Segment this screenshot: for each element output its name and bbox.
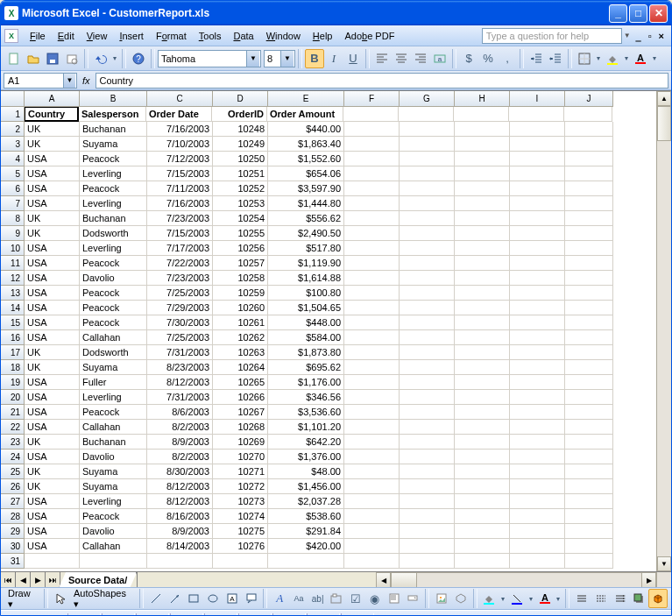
cell[interactable] [565,211,613,226]
help-dropdown-icon[interactable]: ▼ [622,32,633,39]
cell[interactable]: Peacock [80,405,147,420]
menu-format[interactable]: Format [150,29,193,43]
fontcolor-dropdown-icon[interactable]: ▾ [650,49,659,68]
cell[interactable] [565,509,613,524]
cell[interactable] [565,241,613,256]
cell[interactable] [455,315,510,330]
cell[interactable]: $642.20 [268,435,344,450]
cell[interactable] [400,196,455,211]
col-header-F[interactable]: F [344,91,400,107]
cell[interactable] [344,435,400,450]
name-box[interactable]: A1▼ [4,73,77,89]
cell[interactable] [344,405,400,420]
cell[interactable] [455,420,510,435]
callout-icon[interactable] [242,589,261,608]
cell[interactable]: Suyama [80,479,147,494]
new-icon[interactable] [4,49,24,68]
cell[interactable]: 10257 [213,256,268,271]
cell[interactable]: 10254 [213,211,268,226]
decrease-indent-icon[interactable] [527,49,546,68]
row-header[interactable]: 14 [1,301,25,315]
cell[interactable] [344,554,400,569]
cell[interactable] [455,554,510,569]
cell[interactable]: 10263 [213,345,268,360]
cell[interactable]: 8/9/2003 [147,435,213,450]
maximize-button[interactable]: □ [629,4,647,23]
cell[interactable]: Davolio [80,271,147,286]
cell[interactable]: $1,614.88 [268,271,344,286]
row-header[interactable]: 31 [1,554,25,569]
row-header[interactable]: 11 [1,256,25,271]
workbook-icon[interactable]: X [4,29,18,43]
cell[interactable] [455,286,510,301]
line-style-icon[interactable] [572,589,591,608]
cell[interactable] [344,464,400,479]
cell[interactable] [510,241,565,256]
cell[interactable]: 10274 [213,509,268,524]
cell[interactable]: USA [25,315,80,330]
cell[interactable]: $1,456.00 [268,479,344,494]
cell[interactable]: 10261 [213,315,268,330]
cell[interactable]: USA [25,196,80,211]
cell[interactable]: $1,376.00 [268,450,344,464]
cell[interactable]: 7/23/2003 [147,271,213,286]
cell[interactable]: 8/14/2003 [147,539,213,554]
scroll-track[interactable] [657,141,671,556]
cell[interactable] [455,435,510,450]
shadow-icon[interactable] [629,589,648,608]
cell[interactable]: 8/12/2003 [147,375,213,390]
cell[interactable] [510,464,565,479]
save-icon[interactable] [43,49,62,68]
cell[interactable]: $440.00 [268,122,344,137]
cell[interactable]: Buchanan [80,211,147,226]
cell[interactable] [565,450,613,464]
cell[interactable] [565,271,613,286]
cell[interactable]: Leverling [80,494,147,509]
dash-style-icon[interactable] [591,589,611,608]
cell[interactable] [25,554,80,569]
cell[interactable]: 7/17/2003 [147,241,213,256]
cell[interactable] [344,166,400,181]
cell[interactable]: Suyama [80,464,147,479]
label-text-icon[interactable]: Aa [289,589,308,608]
cell[interactable]: 7/31/2003 [147,345,213,360]
cell[interactable] [454,107,509,122]
font-size-combo[interactable]: 8▼ [264,50,295,67]
cell[interactable]: 7/15/2003 [147,226,213,241]
cell[interactable]: Peacock [80,315,147,330]
cell[interactable] [400,479,455,494]
menu-data[interactable]: Data [227,29,259,43]
row-header[interactable]: 16 [1,330,25,345]
cell[interactable]: 10271 [213,464,268,479]
col-header-G[interactable]: G [400,91,455,107]
comma-button[interactable]: , [498,49,517,68]
cell[interactable]: Peacock [80,286,147,301]
cell[interactable]: Dodsworth [80,226,147,241]
cell[interactable]: Buchanan [80,435,147,450]
cell[interactable]: $291.84 [268,524,344,539]
row-header[interactable]: 9 [1,226,25,241]
cell[interactable]: Davolio [80,450,147,464]
cell[interactable] [455,450,510,464]
cell[interactable] [510,524,565,539]
cell[interactable] [455,122,510,137]
cell[interactable] [344,315,400,330]
cell[interactable]: USA [25,271,80,286]
cell[interactable] [400,494,455,509]
row-header[interactable]: 13 [1,286,25,301]
fill2-dropdown-icon[interactable]: ▾ [499,589,507,608]
cell[interactable] [344,181,400,196]
cell[interactable]: 10264 [213,360,268,375]
cell[interactable] [455,464,510,479]
cell[interactable]: $1,552.60 [268,152,344,166]
cell[interactable] [455,509,510,524]
cell[interactable]: 7/23/2003 [147,211,213,226]
bold-button[interactable]: B [305,49,324,68]
cell[interactable]: Buchanan [80,122,147,137]
cell[interactable]: 10269 [213,435,268,450]
row-header[interactable]: 26 [1,479,25,494]
cell[interactable]: 10265 [213,375,268,390]
cell[interactable] [455,494,510,509]
cell[interactable] [400,375,455,390]
font-color-icon[interactable]: A [631,49,650,68]
